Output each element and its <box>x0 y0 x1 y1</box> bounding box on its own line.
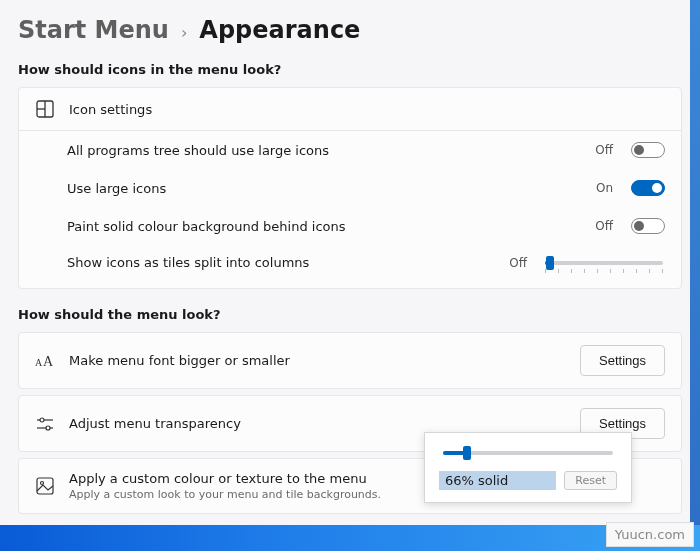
section-title-icons: How should icons in the menu look? <box>18 62 682 77</box>
toggle-state: Off <box>591 219 613 233</box>
row-label: Paint solid colour background behind ico… <box>67 219 579 234</box>
row-label: All programs tree should use large icons <box>67 143 579 158</box>
icon-settings-label: Icon settings <box>69 102 665 117</box>
svg-text:A: A <box>43 354 54 369</box>
layout-icon <box>35 100 55 118</box>
slider-state: Off <box>505 256 527 270</box>
icon-settings-header[interactable]: Icon settings <box>19 88 681 131</box>
svg-point-6 <box>40 418 44 422</box>
reset-button[interactable]: Reset <box>564 471 617 490</box>
transparency-slider[interactable] <box>443 451 613 455</box>
toggle-large-tree[interactable] <box>631 142 665 158</box>
font-size-row[interactable]: AA Make menu font bigger or smaller Sett… <box>19 333 681 388</box>
row-tiles: Show icons as tiles split into columns O… <box>19 245 681 288</box>
toggle-state: On <box>591 181 613 195</box>
taskbar-strip <box>0 525 700 551</box>
row-large-icons: Use large icons On <box>19 169 681 207</box>
transparency-popup: 66% solid Reset <box>424 432 632 503</box>
transparency-label: Adjust menu transparency <box>69 416 566 431</box>
svg-point-8 <box>46 426 50 430</box>
chevron-right-icon: › <box>181 23 187 42</box>
sliders-icon <box>35 416 55 432</box>
transparency-value[interactable]: 66% solid <box>439 471 556 490</box>
tiles-slider[interactable] <box>545 261 663 265</box>
icon-settings-card: Icon settings All programs tree should u… <box>18 87 682 289</box>
breadcrumb-current: Appearance <box>199 16 360 44</box>
row-label: Show icons as tiles split into columns <box>67 255 493 270</box>
svg-text:A: A <box>35 357 43 368</box>
svg-rect-9 <box>37 478 53 494</box>
font-size-label: Make menu font bigger or smaller <box>69 353 566 368</box>
breadcrumb-parent[interactable]: Start Menu <box>18 16 169 44</box>
watermark: Yuucn.com <box>606 522 694 547</box>
row-label: Use large icons <box>67 181 579 196</box>
section-title-menu: How should the menu look? <box>18 307 682 322</box>
row-large-tree: All programs tree should use large icons… <box>19 131 681 169</box>
image-icon <box>35 477 55 495</box>
font-settings-button[interactable]: Settings <box>580 345 665 376</box>
font-size-icon: AA <box>35 353 55 369</box>
row-paint-bg: Paint solid colour background behind ico… <box>19 207 681 245</box>
toggle-state: Off <box>591 143 613 157</box>
svg-point-10 <box>41 482 44 485</box>
breadcrumb: Start Menu › Appearance <box>18 16 682 44</box>
font-size-card: AA Make menu font bigger or smaller Sett… <box>18 332 682 389</box>
toggle-large-icons[interactable] <box>631 180 665 196</box>
toggle-paint-bg[interactable] <box>631 218 665 234</box>
